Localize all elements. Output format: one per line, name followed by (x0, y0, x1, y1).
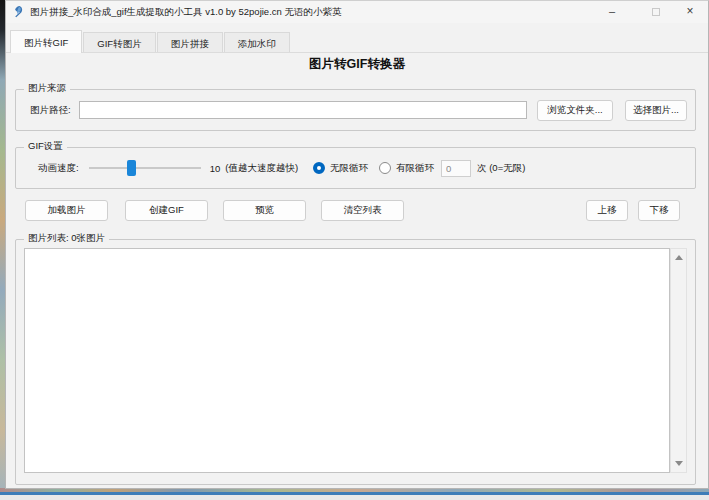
app-python-feather-icon (12, 5, 25, 18)
image-source-group-title: 图片来源 (24, 82, 70, 95)
tab-add-watermark[interactable]: 添加水印 (224, 32, 290, 53)
close-button[interactable]: × (681, 1, 699, 23)
move-down-button[interactable]: 下移 (638, 200, 680, 221)
gif-settings-group-title: GIF设置 (24, 140, 67, 153)
radio-selected-icon[interactable] (313, 162, 325, 174)
scroll-up-triangle (675, 255, 683, 260)
slider-track[interactable] (89, 167, 201, 169)
animation-speed-label: 动画速度: (38, 162, 79, 175)
window-title: 图片拼接_水印合成_gif生成提取的小工具 v1.0 by 52pojie.cn… (30, 1, 341, 23)
animation-speed-hint: (值越大速度越快) (225, 162, 298, 175)
taskbar (0, 495, 709, 500)
loop-infinite-option[interactable]: 无限循环 (313, 162, 368, 175)
animation-speed-value: 10 (210, 163, 221, 174)
desktop-wallpaper-bottom (0, 488, 709, 500)
loop-count-suffix: 次 (0=无限) (477, 162, 525, 175)
gif-settings-group: GIF设置 动画速度: 10 (值越大速度越快) 无限循环 有限循环 次 (0=… (15, 147, 696, 189)
tab-image-to-gif[interactable]: 图片转GIF (10, 30, 82, 53)
image-listbox[interactable] (24, 248, 670, 473)
gif-settings-row: 动画速度: 10 (值越大速度越快) 无限循环 有限循环 次 (0=无限) (16, 148, 695, 188)
page-title: 图片转GIF转换器 (6, 56, 708, 73)
action-button-row: 加载图片 创建GIF 预览 清空列表 上移 下移 (6, 200, 708, 221)
scroll-up-icon[interactable] (671, 250, 686, 265)
tab-bar: 图片转GIF GIF转图片 图片拼接 添加水印 (10, 30, 291, 53)
preview-button[interactable]: 预览 (223, 200, 306, 221)
image-source-group: 图片来源 图片路径: 浏览文件夹... 选择图片... (15, 89, 696, 131)
animation-speed-slider[interactable] (89, 159, 201, 177)
maximize-icon (652, 8, 660, 16)
loop-count-input[interactable] (441, 160, 471, 177)
scroll-down-triangle (675, 461, 683, 466)
slider-thumb[interactable] (127, 160, 136, 176)
radio-unselected-icon[interactable] (379, 162, 391, 174)
create-gif-button[interactable]: 创建GIF (125, 200, 208, 221)
maximize-button[interactable] (647, 1, 665, 23)
image-path-row: 图片路径: 浏览文件夹... 选择图片... (16, 90, 695, 130)
select-images-button[interactable]: 选择图片... (625, 100, 687, 121)
image-path-input[interactable] (79, 101, 527, 119)
move-up-button[interactable]: 上移 (586, 200, 628, 221)
scroll-down-icon[interactable] (671, 456, 686, 471)
image-list-group: 图片列表: 0张图片 (15, 239, 696, 485)
app-window: 图片拼接_水印合成_gif生成提取的小工具 v1.0 by 52pojie.cn… (5, 0, 709, 489)
title-bar[interactable]: 图片拼接_水印合成_gif生成提取的小工具 v1.0 by 52pojie.cn… (6, 1, 708, 23)
loop-infinite-label: 无限循环 (330, 162, 368, 175)
load-images-button[interactable]: 加载图片 (25, 200, 108, 221)
image-path-label: 图片路径: (30, 104, 71, 117)
loop-finite-option[interactable]: 有限循环 (379, 162, 434, 175)
loop-finite-label: 有限循环 (396, 162, 434, 175)
tab-gif-to-image[interactable]: GIF转图片 (83, 32, 155, 53)
notebook-pane-edge (6, 52, 708, 53)
clear-list-button[interactable]: 清空列表 (321, 200, 404, 221)
minimize-button[interactable]: – (603, 1, 621, 23)
tab-image-stitch[interactable]: 图片拼接 (157, 32, 223, 53)
image-list-group-title: 图片列表: 0张图片 (24, 232, 109, 245)
image-list-scrollbar[interactable] (670, 248, 687, 473)
browse-folder-button[interactable]: 浏览文件夹... (537, 100, 613, 121)
